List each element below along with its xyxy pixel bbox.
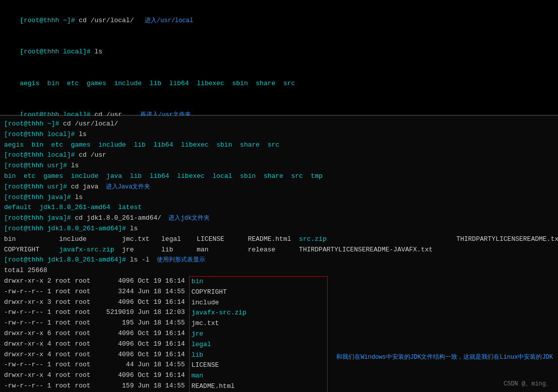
b-line-10: [root@thhh java]# cd jdk1.8.0_261-amd64/… — [4, 213, 554, 224]
b-line-3: aegis bin etc games include lib lib64 li… — [4, 140, 554, 151]
b-line-12: bin include jmc.txt legal LICENSE README… — [4, 234, 554, 245]
b-line-5: [root@thhh usr]# ls — [4, 161, 554, 171]
annotation-1: 进入/usr/local — [134, 17, 193, 24]
filename-col: bin COPYRIGHT include javafx-src.zip jmc… — [189, 276, 328, 392]
top-line-2: [root@thhh local]# ls — [4, 36, 554, 68]
b-line-7: [root@thhh usr]# cd java 进入Java文件夹 — [4, 182, 554, 192]
jdk-annotation: 和我们在Windows中安装的JDK文件结构一致，这就是我们在Linux中安装的… — [336, 353, 553, 361]
top-panel: [root@thhh ~]# cd /usr/local/ 进入/usr/loc… — [0, 0, 558, 116]
b-line-4: [root@thhh local]# cd /usr — [4, 150, 554, 161]
b-line-9: default jdk1.8.0_261-amd64 latest — [4, 203, 554, 213]
b-line-8: [root@thhh java]# ls — [4, 192, 554, 203]
prompt-2: [root@thhh local]# — [20, 48, 94, 55]
b-line-14: [root@thhh jdk1.8.0_261-amd64]# ls -l 使用… — [4, 255, 554, 266]
csdn-watermark: CSDN @。ming、 — [504, 379, 552, 388]
b-line-1: [root@thhh ~]# cd /usr/local/ — [4, 119, 554, 129]
bottom-panel: [root@thhh ~]# cd /usr/local/ [root@thhh… — [0, 116, 558, 392]
file-list-1: aegis bin etc games include lib lib64 li… — [20, 80, 295, 87]
perm-col: drwxr-xr-x 2 root root 4096 Oct 19 16:14… — [4, 276, 189, 392]
file-listing-area: drwxr-xr-x 2 root root 4096 Oct 19 16:14… — [4, 276, 554, 392]
cmd-1: cd /usr/local/ — [79, 17, 134, 24]
b-line-13: COPYRIGHT javafx-src.zip jre lib man rel… — [4, 245, 554, 255]
prompt-1: [root@thhh ~]# — [20, 17, 79, 24]
b-line-6: bin etc games include java lib lib64 lib… — [4, 171, 554, 182]
b-line-11: [root@thhh jdk1.8.0_261-amd64]# ls — [4, 224, 554, 234]
top-line-1: [root@thhh ~]# cd /usr/local/ 进入/usr/loc… — [4, 5, 554, 36]
cmd-2: ls — [94, 48, 102, 55]
b-line-2: [root@thhh local]# ls — [4, 129, 554, 140]
top-line-3: aegis bin etc games include lib lib64 li… — [4, 68, 554, 99]
b-line-15: total 25668 — [4, 266, 554, 276]
